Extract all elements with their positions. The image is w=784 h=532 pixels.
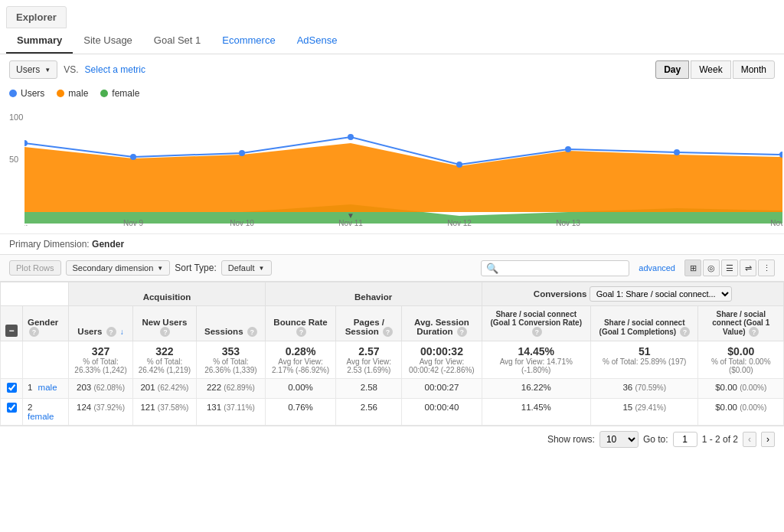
users-help-icon[interactable]: ? bbox=[106, 327, 116, 337]
svg-point-6 bbox=[456, 162, 462, 168]
prev-page-button[interactable]: ‹ bbox=[743, 432, 756, 447]
week-button[interactable]: Week bbox=[691, 60, 730, 79]
row2-pages-session: 2.56 bbox=[336, 399, 402, 426]
sort-type-label: Sort Type: bbox=[175, 263, 216, 273]
col-header-row: − Gender ? Users ? ↓ New Users ? Session… bbox=[1, 306, 784, 341]
completions-help-icon[interactable]: ? bbox=[680, 327, 690, 337]
secondary-dim-label: Secondary dimension bbox=[73, 263, 154, 273]
svg-marker-1 bbox=[24, 143, 782, 212]
legend-male-label: male bbox=[68, 88, 88, 99]
page-range: 1 - 2 of 2 bbox=[702, 434, 738, 445]
new-users-col-header: New Users ? bbox=[132, 306, 196, 341]
value-help-icon[interactable]: ? bbox=[749, 327, 759, 337]
pivot-view-icon[interactable]: ⋮ bbox=[758, 259, 775, 276]
conv-rate-help-icon[interactable]: ? bbox=[532, 327, 542, 337]
row1-rank: 1 bbox=[28, 383, 32, 392]
tab-site-usage[interactable]: Site Usage bbox=[73, 28, 143, 54]
tab-goal-set-1[interactable]: Goal Set 1 bbox=[143, 28, 211, 54]
row2-users: 124 (37.92%) bbox=[69, 399, 132, 426]
row2-rank: 2 bbox=[28, 403, 32, 412]
legend-users-dot bbox=[9, 90, 17, 97]
grid-view-icon[interactable]: ⊞ bbox=[684, 259, 701, 276]
bounce-rate-col-header: Bounce Rate ? bbox=[265, 306, 336, 341]
explorer-header: Explorer bbox=[6, 6, 67, 28]
rows-select[interactable]: 10 25 50 100 bbox=[599, 431, 639, 448]
tabs-bar: Summary Site Usage Goal Set 1 Ecommerce … bbox=[0, 28, 784, 54]
row1-checkbox-cell[interactable] bbox=[1, 379, 23, 399]
day-button[interactable]: Day bbox=[655, 60, 689, 79]
avg-duration-col-header: Avg. Session Duration ? bbox=[402, 306, 482, 341]
totals-checkbox-cell bbox=[1, 341, 23, 379]
table-controls: Plot Rows Secondary dimension ▼ Sort Typ… bbox=[0, 254, 784, 282]
row2-new-users: 121 (37.58%) bbox=[132, 399, 196, 426]
chart-legend: Users male female bbox=[0, 85, 784, 105]
secondary-dimension-dropdown[interactable]: Secondary dimension ▼ bbox=[66, 260, 171, 276]
totals-value: $0.00 % of Total: 0.00% ($0.00) bbox=[698, 341, 784, 379]
svg-text:▼: ▼ bbox=[347, 211, 354, 220]
show-rows-label: Show rows: bbox=[547, 434, 595, 445]
duration-help-icon[interactable]: ? bbox=[457, 327, 467, 337]
vs-label: VS. bbox=[64, 64, 78, 75]
row1-new-users: 201 (62.42%) bbox=[132, 379, 196, 399]
svg-point-9 bbox=[779, 152, 782, 158]
totals-completions: 51 % of Total: 25.89% (197) bbox=[590, 341, 697, 379]
bounce-help-icon[interactable]: ? bbox=[296, 327, 306, 337]
minus-button[interactable]: − bbox=[5, 325, 18, 337]
pie-view-icon[interactable]: ◎ bbox=[703, 259, 720, 276]
select-metric-link[interactable]: Select a metric bbox=[85, 64, 145, 75]
search-icon: 🔍 bbox=[486, 263, 498, 274]
row1-checkbox[interactable] bbox=[7, 383, 17, 393]
row2-checkbox-cell[interactable] bbox=[1, 399, 23, 426]
compare-view-icon[interactable]: ⇌ bbox=[740, 259, 756, 276]
gender-help-icon[interactable]: ? bbox=[29, 327, 39, 337]
row2-conv-rate: 11.45% bbox=[482, 399, 590, 426]
tab-summary[interactable]: Summary bbox=[6, 28, 73, 54]
y-label-100: 100 bbox=[9, 113, 23, 122]
row2-bounce-rate: 0.76% bbox=[265, 399, 336, 426]
totals-sessions: 353 % of Total: 26.36% (1,339) bbox=[197, 341, 266, 379]
pages-help-icon[interactable]: ? bbox=[383, 327, 393, 337]
month-button[interactable]: Month bbox=[733, 60, 775, 79]
svg-point-5 bbox=[348, 134, 354, 140]
checkbox-col-header: − bbox=[1, 306, 23, 341]
legend-users: Users bbox=[9, 88, 44, 99]
pages-session-col-header: Pages / Session ? bbox=[336, 306, 402, 341]
view-icons: ⊞ ◎ ☰ ⇌ ⋮ bbox=[684, 259, 775, 276]
svg-text:Nov 12: Nov 12 bbox=[447, 219, 472, 227]
advanced-link[interactable]: advanced bbox=[639, 263, 675, 273]
new-users-help-icon[interactable]: ? bbox=[160, 327, 170, 337]
row1-sessions: 222 (62.89%) bbox=[197, 379, 266, 399]
search-wrap: 🔍 bbox=[481, 260, 629, 276]
totals-users: 327 % of Total: 26.33% (1,242) bbox=[69, 341, 132, 379]
svg-point-2 bbox=[24, 140, 28, 146]
tab-adsense[interactable]: AdSense bbox=[286, 28, 348, 54]
svg-text:Nov 13: Nov 13 bbox=[556, 219, 580, 227]
totals-pages-session: 2.57 Avg for View: 2.53 (1.69%) bbox=[336, 341, 402, 379]
metric-selector[interactable]: Users ▼ bbox=[9, 60, 57, 79]
goto-input[interactable] bbox=[673, 432, 697, 447]
data-table: Acquisition Behavior Conversions Goal 1:… bbox=[0, 282, 784, 426]
search-input[interactable] bbox=[501, 263, 624, 273]
row1-gender-link[interactable]: male bbox=[38, 383, 57, 392]
conversions-header: Conversions Goal 1: Share / social conne… bbox=[482, 282, 783, 306]
svg-text:Nov 10: Nov 10 bbox=[230, 219, 254, 227]
gender-col-header: Gender ? bbox=[23, 306, 69, 341]
completions-col-header: Share / social connect (Goal 1 Completio… bbox=[590, 306, 697, 341]
legend-female: female bbox=[100, 88, 139, 99]
sessions-help-icon[interactable]: ? bbox=[247, 327, 257, 337]
next-page-button[interactable]: › bbox=[761, 432, 775, 447]
svg-point-7 bbox=[565, 146, 571, 152]
legend-users-label: Users bbox=[21, 88, 44, 99]
go-to-label: Go to: bbox=[643, 434, 668, 445]
users-col-header: Users ? ↓ bbox=[69, 306, 132, 341]
row2-gender-link[interactable]: female bbox=[28, 412, 54, 421]
tab-ecommerce[interactable]: Ecommerce bbox=[211, 28, 286, 54]
chart-area: 100 50 ... Nov 9 Nov 10 Nov 11 Nov 12 No… bbox=[0, 105, 784, 230]
pagination: Show rows: 10 25 50 100 Go to: 1 - 2 of … bbox=[0, 426, 784, 452]
goal-dropdown[interactable]: Goal 1: Share / social connect... bbox=[590, 286, 732, 302]
metric-caret-icon: ▼ bbox=[44, 67, 51, 73]
row2-checkbox[interactable] bbox=[7, 403, 17, 413]
sort-type-dropdown[interactable]: Default ▼ bbox=[221, 260, 272, 276]
list-view-icon[interactable]: ☰ bbox=[721, 259, 738, 276]
users-sort-icon[interactable]: ↓ bbox=[120, 328, 124, 336]
